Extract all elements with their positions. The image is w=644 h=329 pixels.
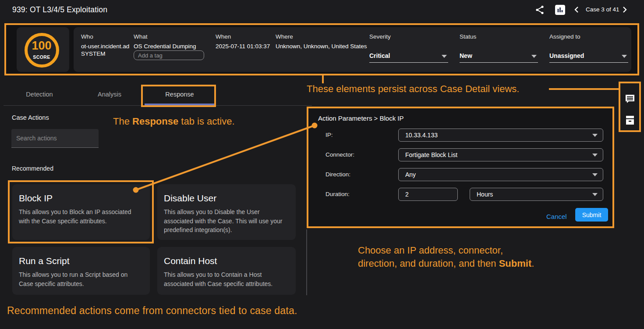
score-card: 100 SCORE: [17, 27, 69, 72]
chevron-down-icon: [592, 154, 598, 157]
who-label: Who: [81, 33, 93, 40]
status-select[interactable]: New: [460, 50, 538, 63]
annotation-bottom: Recommended actions come from connectors…: [7, 305, 297, 317]
score-value: 100: [15, 39, 68, 53]
chevron-down-icon: [622, 55, 627, 58]
who-value-1: ot-user.incident.ad: [81, 43, 129, 50]
where-label: Where: [276, 33, 293, 40]
action-parameters-panel: Action Parameters > Block IP IP: 10.33.4…: [307, 107, 614, 228]
chevron-down-icon: [531, 55, 537, 58]
chevron-down-icon: [592, 193, 598, 196]
recommended-section-label: Recommended: [12, 165, 53, 172]
tab-analysis[interactable]: Analysis: [74, 91, 145, 98]
direction-select[interactable]: Any: [398, 168, 603, 181]
ip-label: IP:: [326, 132, 333, 138]
annotation-choose: Choose an IP address, connector, directi…: [358, 244, 534, 270]
case-actions-title: Case Actions: [12, 114, 49, 121]
score-label: SCORE: [15, 54, 68, 60]
ip-select[interactable]: 10.33.4.133: [398, 129, 603, 142]
annotation-persist: These elements persist across Case Detai…: [307, 83, 519, 95]
connector-select[interactable]: Fortigate Block List: [398, 148, 603, 161]
status-label: Status: [460, 33, 476, 40]
chevron-left-icon[interactable]: [574, 6, 579, 13]
side-icons-highlight-box: [619, 82, 641, 132]
chevron-right-icon[interactable]: [623, 6, 627, 13]
severity-select[interactable]: Critical: [369, 50, 448, 63]
archive-icon[interactable]: [625, 115, 635, 125]
connector-label: Connector:: [326, 151, 354, 158]
where-value: Unknown, Unknown, United States: [276, 43, 367, 50]
assigned-to-label: Assigned to: [549, 33, 580, 40]
action-card-contain-host[interactable]: Contain Host This allows you to to Conta…: [157, 247, 296, 295]
chevron-down-icon: [592, 173, 598, 176]
duration-label: Duration:: [326, 191, 350, 197]
search-actions-input[interactable]: [11, 129, 99, 148]
topbar: 939: OT L3/4/5 Exploitation Case 3 of 41: [0, 0, 644, 20]
bar-chart-icon[interactable]: [555, 5, 565, 15]
duration-unit-select[interactable]: Hours: [470, 188, 603, 201]
when-label: When: [216, 33, 231, 40]
add-tag-input[interactable]: [134, 50, 204, 60]
case-title: 939: OT L3/4/5 Exploitation: [12, 5, 107, 14]
case-info-card: Who ot-user.incident.ad SYSTEM What OS C…: [74, 27, 631, 72]
chevron-down-icon: [442, 55, 447, 58]
case-nav-label: Case 3 of 41: [586, 6, 619, 13]
tab-detection[interactable]: Detection: [4, 91, 74, 98]
who-value-2: SYSTEM: [81, 50, 106, 57]
what-label: What: [134, 33, 148, 40]
when-value: 2025-07-11 01:03:37: [216, 43, 270, 50]
comment-icon[interactable]: [625, 94, 635, 104]
annotation-response-tab: The Response tab is active.: [113, 116, 235, 127]
share-icon[interactable]: [535, 5, 545, 15]
cancel-button[interactable]: Cancel: [546, 213, 567, 220]
block-ip-highlight-box: [8, 180, 154, 243]
severity-label: Severity: [369, 33, 391, 40]
duration-value-input[interactable]: [398, 188, 458, 201]
chevron-down-icon: [592, 134, 598, 137]
action-card-run-a-script[interactable]: Run a Script This allows you to run a Sc…: [12, 247, 150, 295]
direction-label: Direction:: [326, 171, 350, 178]
scrollbar[interactable]: [306, 229, 307, 295]
case-header-panel: 100 SCORE Who ot-user.incident.ad SYSTEM…: [4, 23, 639, 75]
action-card-disable-user[interactable]: Disable User This allows you to Disable …: [157, 184, 296, 240]
assigned-to-select[interactable]: Unassigned: [549, 50, 628, 63]
response-tab-highlight-box: [141, 85, 216, 107]
breadcrumb: Action Parameters > Block IP: [318, 114, 404, 122]
submit-button[interactable]: Submit: [575, 208, 608, 222]
what-value: OS Credential Dumping: [134, 43, 196, 50]
